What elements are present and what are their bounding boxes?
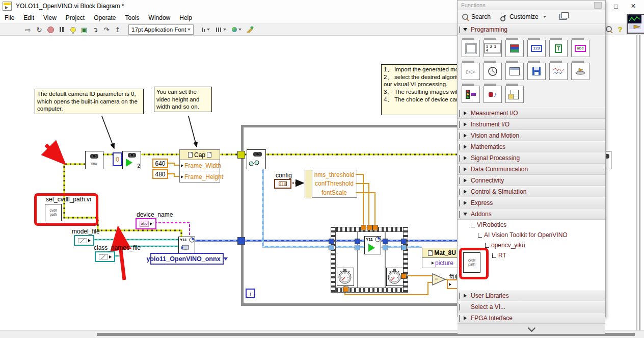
- palette-item-array[interactable]: 1 2 3 4: [484, 38, 505, 61]
- clock-icon: [189, 237, 195, 243]
- camera-read-node[interactable]: [247, 149, 266, 169]
- loop-tunnel-camera[interactable]: [237, 151, 245, 159]
- palette-item-select-a-vi[interactable]: Select a VI...: [458, 301, 605, 313]
- palette-item-file-io[interactable]: [527, 61, 549, 84]
- palette-category-control-simulation[interactable]: Control & Simulation: [458, 186, 605, 197]
- sequence-border-left[interactable]: [331, 227, 336, 293]
- palette-item-timing[interactable]: [484, 61, 505, 84]
- palette-customize-button[interactable]: Customize: [509, 13, 539, 20]
- sequence-tunnel-orange[interactable]: [367, 225, 372, 230]
- height-constant[interactable]: 480: [152, 169, 168, 179]
- palette-item-application-control[interactable]: [571, 61, 593, 84]
- palette-category-express[interactable]: Express: [458, 197, 605, 209]
- width-constant[interactable]: 640: [152, 159, 168, 168]
- property-node-icon: [188, 152, 193, 158]
- sequence-tunnel-orange[interactable]: [361, 225, 366, 230]
- camera-new-node[interactable]: new: [85, 151, 103, 169]
- terminal-arrow-icon: [109, 255, 112, 258]
- help-button[interactable]: ?: [614, 24, 626, 34]
- vertical-scrollbar[interactable]: [639, 35, 640, 330]
- palette-item-waveform[interactable]: [549, 61, 571, 84]
- maximize-button[interactable]: □: [607, 0, 625, 12]
- palette-title-bar[interactable]: Functions: [458, 1, 605, 10]
- sequence-tunnel-blue[interactable]: [329, 239, 334, 244]
- palette-item-string[interactable]: abc: [571, 38, 593, 61]
- sequence-border-right[interactable]: [403, 227, 408, 293]
- config-label[interactable]: config: [276, 172, 292, 179]
- computer-icon: [181, 245, 189, 252]
- device-name-control[interactable]: abc: [136, 218, 156, 229]
- class-names-label[interactable]: class_names_file: [94, 244, 141, 251]
- palette-item-numeric[interactable]: 123: [527, 38, 549, 61]
- palette-category-mathematics[interactable]: Mathematics: [458, 141, 605, 152]
- loop-tunnel-model[interactable]: [237, 237, 245, 245]
- cluster-glyph: [279, 181, 287, 186]
- palette-category-measurement-io[interactable]: Measurement I/O: [458, 108, 605, 119]
- palette-item-boolean[interactable]: T: [549, 38, 571, 61]
- sequence-border-bottom[interactable]: [331, 288, 408, 293]
- comment-camera-id[interactable]: The default camera ID parameter is 0, wh…: [35, 89, 144, 114]
- palette-category-addons[interactable]: Addons: [458, 209, 605, 220]
- loop-iteration-terminal[interactable]: i: [246, 289, 255, 298]
- mat-row-picture[interactable]: picture: [422, 258, 462, 268]
- palette-category-signal-processing[interactable]: Signal Processing: [458, 152, 605, 164]
- report-icon: [511, 90, 519, 99]
- cap-row-frame-width[interactable]: Frame_Width: [180, 160, 220, 171]
- yolo-init-node[interactable]: Y11: [178, 237, 195, 254]
- cap-property-node[interactable]: Cap Frame_Width Frame_Height: [179, 149, 220, 183]
- palette-category-data-communication[interactable]: Data Communication: [458, 164, 605, 175]
- camera-open-node[interactable]: 2: [122, 151, 141, 169]
- palette-item-structures[interactable]: [462, 38, 484, 61]
- collapsed-arrow-icon: [464, 145, 467, 149]
- labview-block-diagram-window: { "window": {"title": "YOLO11_OpenVINO.v…: [0, 0, 644, 338]
- palette-item-synchronization[interactable]: [462, 84, 484, 107]
- camera-icon: [127, 152, 137, 159]
- palette-category-instrument-io[interactable]: Instrument I/O: [458, 119, 605, 130]
- device-name-label[interactable]: device_name: [137, 211, 173, 218]
- sequence-tunnel-orange[interactable]: [372, 225, 378, 230]
- palette-category-vision-and-motion[interactable]: Vision and Motion: [458, 130, 605, 141]
- sequence-tunnel-lightblue[interactable]: [329, 245, 334, 250]
- close-button[interactable]: ×: [625, 0, 642, 12]
- tree-item-virobotics[interactable]: VIRobotics: [458, 220, 605, 230]
- config-control[interactable]: [274, 179, 291, 189]
- model-file-label[interactable]: model_file: [72, 228, 100, 235]
- model-ring-selector[interactable]: yolo11_OpenVINO_onnx: [150, 253, 224, 265]
- unbundle-node-strip[interactable]: [305, 170, 312, 198]
- palette-item-comparison[interactable]: ▷▷: [462, 61, 484, 84]
- palette-category-user-libraries[interactable]: User Libraries: [458, 290, 605, 301]
- palette-section-programming[interactable]: Programming: [458, 24, 605, 35]
- palette-category-fpga-interface[interactable]: FPGA Interface: [458, 313, 605, 324]
- glasses-icon: [248, 160, 260, 167]
- sequence-tunnel-blue[interactable]: [401, 239, 407, 244]
- sequence-tunnel-lightblue[interactable]: [383, 245, 388, 250]
- sequence-tunnel-orange[interactable]: [401, 273, 407, 279]
- camera-index-constant[interactable]: 0: [113, 152, 122, 166]
- palette-item-graphics-sound[interactable]: ♪: [484, 84, 505, 107]
- palette-search-button[interactable]: Search: [471, 13, 491, 20]
- class-names-control[interactable]: [95, 251, 115, 262]
- palette-window-icon[interactable]: [559, 14, 567, 20]
- mat-property-node[interactable]: Mat_8U picture: [422, 248, 462, 268]
- tick-count-node-1[interactable]: [337, 268, 354, 286]
- palette-item-dialog-ui[interactable]: [505, 61, 527, 84]
- sequence-tunnel-orange[interactable]: [343, 287, 348, 292]
- collapsed-arrow-icon: [464, 167, 467, 171]
- comment-video-size[interactable]: You can set the video height and width a…: [154, 87, 212, 112]
- boolean-icon: T: [555, 44, 562, 53]
- sequence-tunnel-blue[interactable]: [383, 239, 388, 244]
- sequence-tunnel-lightblue[interactable]: [401, 245, 407, 250]
- palette-item-cluster[interactable]: [505, 38, 527, 61]
- pin-icon[interactable]: [594, 2, 602, 9]
- sequence-tunnel-lightblue[interactable]: [355, 245, 360, 250]
- tree-item-ai-vision-toolkit[interactable]: AI Vision Toolkit for OpenVINO: [458, 230, 605, 240]
- palette-category-connectivity[interactable]: Connectivity: [458, 175, 605, 186]
- vi-icon[interactable]: [627, 14, 644, 34]
- palette-expand-row[interactable]: [458, 324, 605, 334]
- palette-item-report-generation[interactable]: [505, 84, 527, 107]
- model-file-control[interactable]: [74, 235, 94, 246]
- minus-glyph: −: [435, 275, 438, 282]
- yolo-run-node[interactable]: Y11: [364, 236, 381, 254]
- sequence-tunnel-blue[interactable]: [355, 239, 360, 244]
- cap-row-frame-height[interactable]: Frame_Height: [180, 171, 220, 182]
